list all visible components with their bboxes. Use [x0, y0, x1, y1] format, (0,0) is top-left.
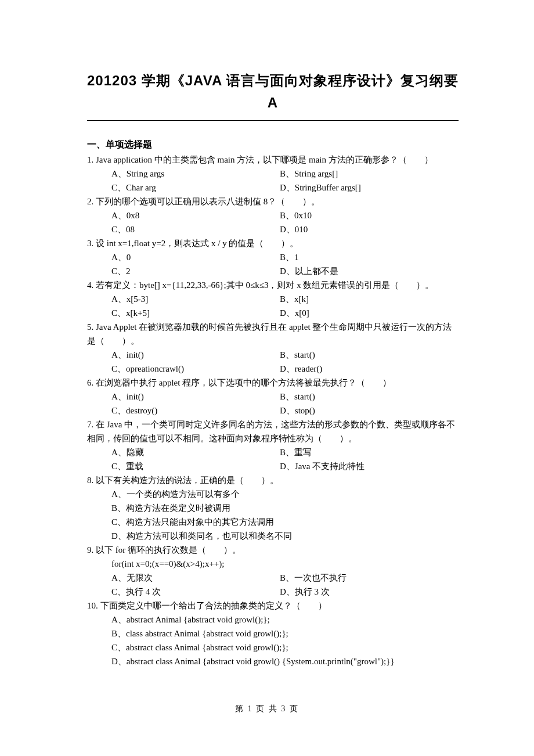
question-7-options: A、隐藏 B、重写 — [87, 445, 459, 459]
option-6b: B、start() — [280, 390, 315, 404]
option-3a: A、0 — [111, 250, 280, 264]
option-9c: C、执行 4 次 — [111, 585, 280, 599]
option-1c: C、Char arg — [111, 181, 280, 195]
section-heading-1: 一、单项选择题 — [87, 137, 459, 152]
option-9a: A、无限次 — [111, 571, 280, 585]
option-6a: A、init() — [111, 390, 280, 404]
question-7-options-2: C、重载 D、Java 不支持此特性 — [87, 459, 459, 473]
option-8d: D、构造方法可以和类同名，也可以和类名不同 — [111, 529, 459, 543]
question-2: 2. 下列的哪个选项可以正确用以表示八进制值 8？（ ）。 — [87, 195, 459, 208]
option-1d: D、StringBuffer args[] — [280, 181, 361, 195]
option-10b: B、class abstract Animal {abstract void g… — [111, 627, 459, 640]
option-8b: B、构造方法在类定义时被调用 — [111, 501, 459, 515]
option-9b: B、一次也不执行 — [280, 571, 347, 585]
option-8c: C、构造方法只能由对象中的其它方法调用 — [111, 515, 459, 529]
question-1: 1. Java application 中的主类需包含 main 方法，以下哪项… — [87, 153, 459, 167]
question-5-options: A、init() B、start() — [87, 348, 459, 362]
question-4: 4. 若有定义：byte[] x={11,22,33,-66};其中 0≤k≤3… — [87, 278, 459, 292]
option-2a: A、0x8 — [111, 208, 280, 222]
question-4-options: A、x[5-3] B、x[k] — [87, 292, 459, 306]
option-3b: B、1 — [280, 250, 299, 264]
question-3: 3. 设 int x=1,float y=2，则表达式 x / y 的值是（ ）… — [87, 236, 459, 250]
option-4b: B、x[k] — [280, 292, 309, 306]
option-3c: C、2 — [111, 264, 280, 278]
question-7: 7. 在 Java 中，一个类可同时定义许多同名的方法，这些方法的形式参数的个数… — [87, 417, 459, 445]
option-10c: C、abstract class Animal {abstract void g… — [111, 640, 459, 654]
question-5: 5. Java Applet 在被浏览器加载的时候首先被执行且在 applet … — [87, 320, 459, 348]
question-5-options-2: C、opreationcrawl() D、reader() — [87, 362, 459, 376]
question-1-options-2: C、Char arg D、StringBuffer args[] — [87, 181, 459, 195]
question-2-options-2: C、08 D、010 — [87, 222, 459, 236]
question-10: 10. 下面类定义中哪一个给出了合法的抽象类的定义？（ ） — [87, 599, 459, 613]
question-1-options: A、String args B、String args[] — [87, 167, 459, 181]
option-10d: D、abstract class Animal {abstract void g… — [111, 654, 459, 668]
question-9-options: A、无限次 B、一次也不执行 — [87, 571, 459, 585]
option-1b: B、String args[] — [280, 167, 338, 181]
question-10-options: A、abstract Animal {abstract void growl()… — [87, 613, 459, 668]
option-4a: A、x[5-3] — [111, 292, 280, 306]
question-3-options-2: C、2 D、以上都不是 — [87, 264, 459, 278]
option-5d: D、reader() — [280, 362, 322, 376]
option-1a: A、String args — [111, 167, 280, 181]
option-8a: A、一个类的构造方法可以有多个 — [111, 487, 459, 501]
question-6: 6. 在浏览器中执行 applet 程序，以下选项中的哪个方法将被最先执行？（ … — [87, 376, 459, 390]
option-4c: C、x[k+5] — [111, 306, 280, 320]
question-8: 8. 以下有关构造方法的说法，正确的是（ ）。 — [87, 473, 459, 487]
question-6-options-2: C、destroy() D、stop() — [87, 404, 459, 417]
document-title: 201203 学期《JAVA 语言与面向对象程序设计》复习纲要 A — [87, 70, 459, 114]
option-9d: D、执行 3 次 — [280, 585, 330, 599]
option-2d: D、010 — [280, 222, 308, 236]
question-3-options: A、0 B、1 — [87, 250, 459, 264]
option-5a: A、init() — [111, 348, 280, 362]
question-2-options: A、0x8 B、0x10 — [87, 208, 459, 222]
question-9-options-2: C、执行 4 次 D、执行 3 次 — [87, 585, 459, 599]
option-7b: B、重写 — [280, 445, 312, 459]
option-2b: B、0x10 — [280, 208, 312, 222]
option-7a: A、隐藏 — [111, 445, 280, 459]
option-2c: C、08 — [111, 222, 280, 236]
option-10a: A、abstract Animal {abstract void growl()… — [111, 613, 459, 627]
question-4-options-2: C、x[k+5] D、x[0] — [87, 306, 459, 320]
question-8-options: A、一个类的构造方法可以有多个 B、构造方法在类定义时被调用 C、构造方法只能由… — [87, 487, 459, 543]
question-9: 9. 以下 for 循环的执行次数是（ ）。 — [87, 543, 459, 557]
option-7d: D、Java 不支持此特性 — [280, 459, 365, 473]
option-4d: D、x[0] — [280, 306, 309, 320]
option-5b: B、start() — [280, 348, 315, 362]
option-7c: C、重载 — [111, 459, 280, 473]
question-9-code: for(int x=0;(x==0)&(x>4);x++); — [87, 557, 459, 571]
question-6-options: A、init() B、start() — [87, 390, 459, 404]
code-line: for(int x=0;(x==0)&(x>4);x++); — [111, 557, 459, 571]
option-3d: D、以上都不是 — [280, 264, 338, 278]
option-6c: C、destroy() — [111, 404, 280, 417]
page: 201203 学期《JAVA 语言与面向对象程序设计》复习纲要 A 一、单项选择… — [0, 0, 534, 756]
page-footer: 第 1 页 共 3 页 — [0, 703, 534, 715]
option-6d: D、stop() — [280, 404, 315, 417]
title-divider — [87, 120, 459, 121]
option-5c: C、opreationcrawl() — [111, 362, 280, 376]
